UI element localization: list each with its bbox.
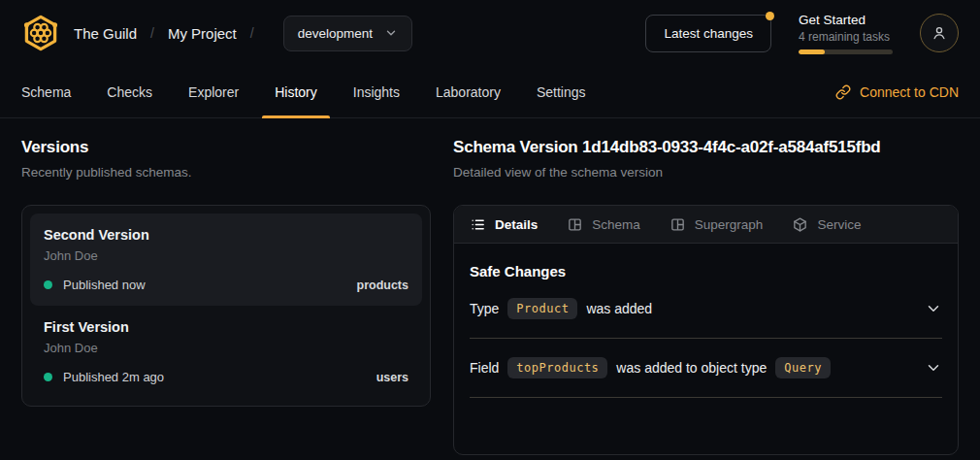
versions-title: Versions bbox=[21, 138, 431, 157]
version-author: John Doe bbox=[44, 248, 408, 263]
version-published-time: Published 2m ago bbox=[63, 370, 164, 384]
get-started-subtitle: 4 remaining tasks bbox=[799, 30, 893, 44]
code-chip: Product bbox=[507, 298, 577, 319]
environment-selector-value: development bbox=[298, 26, 373, 41]
environment-selector[interactable]: development bbox=[283, 16, 412, 51]
published-status-icon bbox=[44, 373, 52, 381]
change-text: Type bbox=[470, 301, 499, 316]
header-actions: Latest changes Get Started 4 remaining t… bbox=[645, 13, 959, 54]
published-status-icon bbox=[44, 280, 52, 289]
get-started-progress[interactable] bbox=[799, 49, 893, 54]
detail-tab-label: Details bbox=[495, 217, 538, 232]
get-started-widget: Get Started 4 remaining tasks bbox=[799, 13, 893, 54]
breadcrumb-separator: / bbox=[250, 25, 254, 41]
user-avatar[interactable] bbox=[920, 14, 959, 52]
columns-icon bbox=[670, 216, 686, 233]
detail-tab-label: Supergraph bbox=[695, 217, 764, 232]
version-service-name: products bbox=[357, 279, 408, 292]
detail-tab-supergraph[interactable]: Supergraph bbox=[670, 216, 764, 233]
app-header: The Guild / My Project / development Lat… bbox=[0, 0, 980, 66]
version-published-time: Published now bbox=[63, 278, 146, 292]
version-status-row: Published 2m ago users bbox=[44, 370, 408, 384]
nav-tab-checks[interactable]: Checks bbox=[107, 66, 152, 117]
nav-tab-history[interactable]: History bbox=[275, 66, 317, 117]
detail-content: Safe Changes Type Product was added Fiel… bbox=[454, 244, 958, 413]
list-icon bbox=[470, 216, 486, 233]
columns-icon bbox=[567, 216, 583, 233]
nav-tab-explorer[interactable]: Explorer bbox=[188, 66, 239, 117]
cube-icon bbox=[792, 216, 808, 233]
nav-tab-settings[interactable]: Settings bbox=[537, 66, 586, 117]
change-text: Field bbox=[470, 360, 499, 376]
detail-tab-details[interactable]: Details bbox=[470, 216, 538, 233]
version-service-name: users bbox=[376, 371, 408, 384]
nav-tab-laboratory[interactable]: Laboratory bbox=[436, 66, 501, 117]
change-row[interactable]: Field topProducts was added to object ty… bbox=[470, 339, 942, 398]
detail-tab-bar: Details Schema Sup bbox=[454, 206, 958, 244]
change-row[interactable]: Type Product was added bbox=[470, 279, 942, 339]
versions-subtitle: Recently published schemas. bbox=[21, 165, 431, 180]
link-icon bbox=[835, 84, 851, 100]
detail-tab-label: Service bbox=[817, 217, 861, 232]
versions-panel: Versions Recently published schemas. Sec… bbox=[21, 138, 431, 455]
notification-dot bbox=[766, 12, 774, 20]
version-status-row: Published now products bbox=[44, 278, 408, 292]
version-author: John Doe bbox=[44, 341, 408, 355]
change-text: was added bbox=[586, 301, 652, 316]
nav-tab-schema[interactable]: Schema bbox=[21, 66, 71, 117]
chevron-down-icon bbox=[384, 26, 398, 40]
version-list-item[interactable]: Second Version John Doe Published now pr… bbox=[30, 214, 422, 306]
schema-version-panel: Schema Version 1d14db83-0933-4f4c-a02f-a… bbox=[453, 138, 959, 455]
version-name: Second Version bbox=[44, 227, 408, 243]
main-content: Versions Recently published schemas. Sec… bbox=[0, 118, 980, 455]
version-name: First Version bbox=[44, 319, 408, 335]
safe-changes-heading: Safe Changes bbox=[470, 244, 942, 279]
connect-to-cdn-label: Connect to CDN bbox=[860, 84, 959, 100]
detail-tab-service[interactable]: Service bbox=[792, 216, 861, 233]
latest-changes-label: Latest changes bbox=[664, 26, 753, 41]
versions-list: Second Version John Doe Published now pr… bbox=[21, 205, 431, 407]
person-icon bbox=[931, 24, 948, 42]
code-chip: Query bbox=[775, 357, 831, 378]
get-started-progress-fill bbox=[799, 49, 825, 54]
version-list-item[interactable]: First Version John Doe Published 2m ago … bbox=[30, 306, 422, 398]
guild-logo-icon[interactable] bbox=[21, 14, 60, 52]
connect-to-cdn-link[interactable]: Connect to CDN bbox=[835, 66, 959, 117]
schema-version-subtitle: Detailed view of the schema version bbox=[453, 165, 959, 180]
code-chip: topProducts bbox=[507, 357, 607, 378]
schema-version-title: Schema Version 1d14db83-0933-4f4c-a02f-a… bbox=[453, 138, 959, 157]
latest-changes-button[interactable]: Latest changes bbox=[645, 15, 771, 52]
detail-tab-label: Schema bbox=[592, 217, 640, 232]
schema-version-detail-box: Details Schema Sup bbox=[453, 205, 959, 455]
breadcrumb-project[interactable]: My Project bbox=[168, 25, 237, 42]
primary-nav: Schema Checks Explorer History Insights … bbox=[0, 66, 980, 118]
change-text: was added to object type bbox=[616, 360, 767, 376]
chevron-down-icon[interactable] bbox=[925, 359, 942, 377]
nav-tab-insights[interactable]: Insights bbox=[353, 66, 400, 117]
breadcrumb-org[interactable]: The Guild bbox=[74, 25, 137, 42]
breadcrumb-separator: / bbox=[150, 25, 154, 41]
chevron-down-icon[interactable] bbox=[925, 300, 942, 317]
detail-tab-schema[interactable]: Schema bbox=[567, 216, 640, 233]
get-started-title: Get Started bbox=[799, 13, 893, 27]
